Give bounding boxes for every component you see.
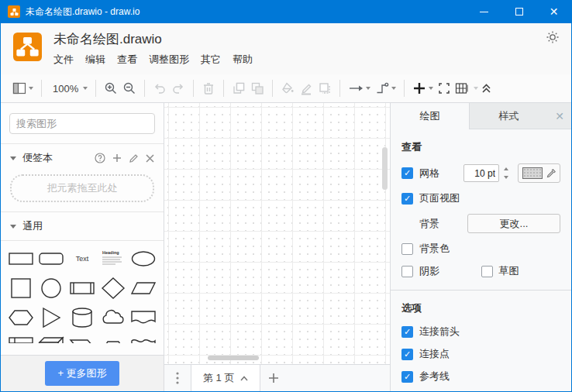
collapse-caret-icon xyxy=(474,87,478,90)
change-background-button[interactable]: 更改... xyxy=(467,214,560,233)
tab-diagram[interactable]: 绘图 xyxy=(391,103,469,129)
fullscreen-brackets-icon xyxy=(438,82,450,95)
undo-button[interactable] xyxy=(150,80,169,97)
shape-palette: Text Heading xyxy=(1,241,164,343)
collapse-expand-button[interactable] xyxy=(471,81,494,96)
shape-rounded-rectangle[interactable] xyxy=(36,244,67,273)
shadow-checkbox[interactable] xyxy=(401,266,413,277)
shadow-button[interactable] xyxy=(315,80,334,97)
connection-arrow-button[interactable] xyxy=(346,80,373,97)
shape-step[interactable] xyxy=(67,332,98,343)
shape-circle[interactable] xyxy=(36,273,67,303)
shape-parallelogram[interactable] xyxy=(128,273,159,303)
connection-arrows-checkbox[interactable]: ✓ xyxy=(401,326,413,338)
scratchpad-drop-area[interactable]: 把元素拖至此处 xyxy=(10,174,154,202)
grid-color-button[interactable] xyxy=(518,163,560,183)
sketch-checkbox[interactable] xyxy=(481,266,493,277)
line-color-button[interactable] xyxy=(297,80,315,97)
page-tab-1[interactable]: 第 1 页 xyxy=(191,365,260,391)
shape-hexagon[interactable] xyxy=(5,303,36,332)
grid-color-swatch xyxy=(522,167,543,179)
trash-icon xyxy=(202,81,215,95)
delete-button[interactable] xyxy=(199,80,218,97)
fill-color-button[interactable] xyxy=(278,80,297,97)
zoom-out-button[interactable] xyxy=(120,80,139,97)
shape-text[interactable]: Text xyxy=(67,244,98,273)
sketch-label: 草图 xyxy=(499,264,519,278)
shape-document[interactable] xyxy=(128,303,159,332)
header-text: 未命名绘图.drawio 文件 编辑 查看 调整图形 其它 帮助 xyxy=(53,30,264,74)
shape-search-input[interactable] xyxy=(16,118,153,129)
background-color-checkbox[interactable] xyxy=(401,243,413,255)
shape-square[interactable] xyxy=(5,273,36,303)
theme-toggle-button[interactable] xyxy=(545,29,560,48)
grid-size-group xyxy=(463,163,560,183)
to-back-button[interactable] xyxy=(248,80,267,97)
maximize-icon xyxy=(515,8,523,15)
stepper-down-button[interactable] xyxy=(501,174,511,182)
window-title: 未命名绘图.drawio - draw.io xyxy=(26,5,140,19)
add-page-button[interactable] xyxy=(260,365,287,391)
menu-extras[interactable]: 其它 xyxy=(201,53,221,67)
toolbar-divider xyxy=(41,80,42,97)
shape-trapezoid[interactable] xyxy=(98,332,129,343)
help-icon[interactable] xyxy=(95,153,105,163)
shape-rectangle[interactable] xyxy=(5,244,36,273)
shadow-icon xyxy=(318,81,332,95)
toolbar-divider xyxy=(339,80,340,97)
zoom-caret-icon xyxy=(83,87,88,90)
general-section-header[interactable]: 通用 xyxy=(1,212,164,240)
page-view-checkbox[interactable]: ✓ xyxy=(401,193,413,205)
shape-cube[interactable] xyxy=(36,332,67,343)
toolbar-divider xyxy=(404,80,405,97)
edit-pencil-icon[interactable] xyxy=(129,153,139,163)
grid-size-stepper xyxy=(501,165,511,182)
guides-checkbox[interactable]: ✓ xyxy=(401,371,413,383)
connector-style-button[interactable] xyxy=(373,80,398,97)
main-area: 便签本 把元素拖至此处 xyxy=(1,103,571,391)
general-section-title: 通用 xyxy=(22,219,43,233)
maximize-button[interactable] xyxy=(501,0,536,23)
close-scratchpad-icon[interactable] xyxy=(146,154,154,163)
add-icon[interactable] xyxy=(112,153,122,163)
format-panel-close-button[interactable]: ✕ xyxy=(548,103,571,129)
redo-button[interactable] xyxy=(169,80,188,97)
grid-size-input[interactable] xyxy=(463,164,499,182)
shape-process[interactable] xyxy=(67,273,98,303)
scratchpad-actions xyxy=(95,153,154,163)
shape-cloud[interactable] xyxy=(98,303,129,332)
menu-file[interactable]: 文件 xyxy=(53,53,74,67)
shape-diamond[interactable] xyxy=(98,273,129,303)
tab-style[interactable]: 样式 xyxy=(469,103,548,129)
zoom-level-dropdown[interactable]: 100% xyxy=(47,81,90,96)
close-button[interactable]: ✕ xyxy=(536,0,571,23)
stepper-up-button[interactable] xyxy=(501,165,511,174)
minimize-icon xyxy=(480,12,488,12)
connection-points-checkbox[interactable]: ✓ xyxy=(401,349,413,360)
insert-button[interactable] xyxy=(410,80,436,97)
table-button[interactable] xyxy=(453,81,471,96)
zoom-in-button[interactable] xyxy=(102,80,120,97)
more-shapes-button[interactable]: + 更多图形 xyxy=(45,361,119,386)
drawing-canvas[interactable] xyxy=(164,103,390,364)
background-label: 背景 xyxy=(419,217,439,231)
view-panels-button[interactable] xyxy=(10,80,36,97)
minimize-button[interactable] xyxy=(467,0,501,23)
shape-triangle[interactable] xyxy=(36,303,67,332)
menu-edit[interactable]: 编辑 xyxy=(85,53,105,67)
shape-cylinder[interactable] xyxy=(67,303,98,332)
shape-textbox[interactable]: Heading xyxy=(98,244,129,273)
shape-ellipse[interactable] xyxy=(128,244,159,273)
fit-page-button[interactable] xyxy=(436,81,453,96)
shape-tape[interactable] xyxy=(128,332,159,343)
shape-internal-storage[interactable] xyxy=(5,332,36,343)
to-front-button[interactable] xyxy=(229,80,248,97)
menu-help[interactable]: 帮助 xyxy=(233,53,253,67)
scratchpad-header[interactable]: 便签本 xyxy=(1,144,164,172)
vertical-scrollbar[interactable] xyxy=(382,147,388,190)
menu-arrange[interactable]: 调整图形 xyxy=(149,53,189,67)
horizontal-scrollbar[interactable] xyxy=(208,356,259,360)
menu-view[interactable]: 查看 xyxy=(117,53,137,67)
pages-menu-button[interactable] xyxy=(164,365,191,391)
grid-checkbox[interactable]: ✓ xyxy=(401,167,413,179)
